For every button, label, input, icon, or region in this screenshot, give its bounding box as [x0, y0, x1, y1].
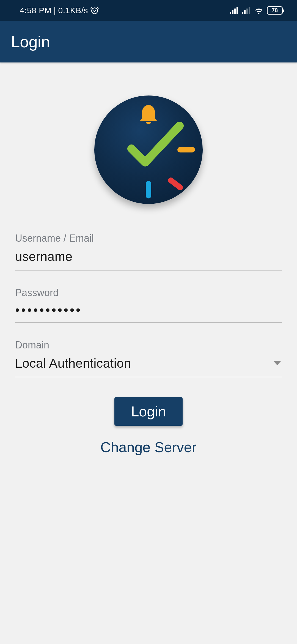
signal-2-icon: [242, 7, 251, 14]
username-control[interactable]: [15, 249, 282, 271]
logo-container: [0, 95, 297, 204]
login-form: Username / Email Password ••••••••••• Do…: [0, 233, 297, 455]
password-control[interactable]: •••••••••••: [15, 304, 282, 323]
chevron-down-icon: [273, 360, 282, 367]
svg-point-0: [92, 8, 97, 13]
check-icon: [131, 126, 180, 162]
alarm-icon: [90, 6, 99, 15]
password-field-group: Password •••••••••••: [15, 287, 282, 323]
status-net-speed: 0.1KB/s: [58, 6, 88, 15]
login-screen: Username / Email Password ••••••••••• Do…: [0, 62, 297, 455]
domain-label: Domain: [15, 339, 282, 351]
app-clock-logo: [94, 95, 203, 204]
bell-icon: [140, 105, 157, 124]
status-left: 4:58 PM | 0.1KB/s: [20, 6, 99, 15]
signal-1-icon: [230, 7, 239, 14]
status-time: 4:58 PM: [20, 6, 51, 15]
battery-level: 78: [272, 7, 278, 13]
status-sep: |: [54, 6, 56, 15]
status-right: 78: [230, 6, 283, 15]
domain-field-group: Domain Local Authentication: [15, 339, 282, 377]
tick-5-icon: [171, 180, 180, 187]
app-header: Login: [0, 21, 297, 62]
wifi-icon: [254, 6, 263, 15]
username-input[interactable]: [15, 249, 282, 264]
username-label: Username / Email: [15, 233, 282, 244]
domain-select[interactable]: Local Authentication: [15, 356, 282, 377]
status-bar: 4:58 PM | 0.1KB/s 78: [0, 0, 297, 21]
password-label: Password: [15, 287, 282, 299]
page-title: Login: [11, 32, 50, 51]
change-server-link[interactable]: Change Server: [15, 439, 282, 455]
domain-value: Local Authentication: [15, 356, 273, 371]
username-field-group: Username / Email: [15, 233, 282, 271]
battery-icon: 78: [267, 6, 283, 15]
form-actions: Login Change Server: [15, 394, 282, 455]
password-input[interactable]: •••••••••••: [15, 304, 82, 316]
login-button[interactable]: Login: [114, 397, 182, 426]
